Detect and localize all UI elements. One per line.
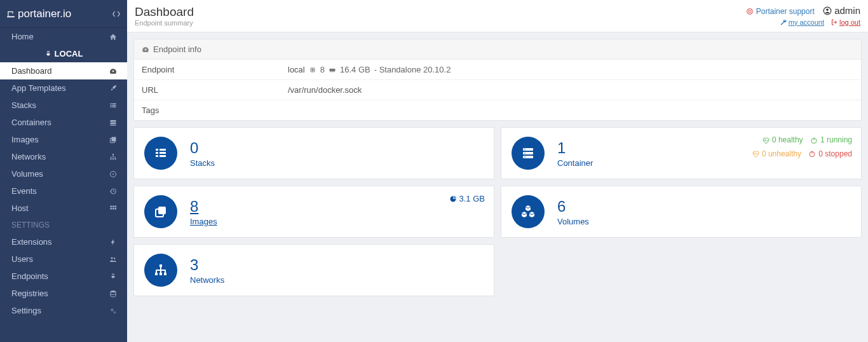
svg-point-28 [111, 257, 113, 259]
stat-stopped: 0 stopped [808, 148, 852, 160]
card-main: 0 Stacks [190, 139, 215, 168]
sidebar-item-home[interactable]: Home [0, 28, 127, 45]
svg-point-32 [114, 311, 116, 313]
wrench-icon [780, 18, 787, 26]
power-icon [808, 150, 816, 158]
svg-rect-48 [156, 155, 158, 157]
dashboard-cards: 0 Stacks 1 Container 0 healthy 1 running [133, 127, 862, 296]
svg-rect-2 [8, 11, 13, 11]
card-networks[interactable]: 3 Networks [133, 244, 494, 296]
info-key: Endpoint [142, 65, 288, 74]
user-icon [823, 6, 832, 15]
page-title: Dashboard [135, 5, 194, 19]
user-display: admin [823, 5, 860, 16]
card-count: 6 [557, 198, 589, 215]
svg-rect-42 [332, 71, 333, 72]
svg-rect-44 [156, 149, 158, 151]
sidebar-item-dashboard[interactable]: Dashboard [0, 62, 127, 79]
panel-header: Endpoint info [134, 39, 861, 60]
endpoint-mode: - Standalone 20.10.2 [374, 65, 451, 74]
sidebar-item-label: Images [11, 135, 109, 144]
brand-text: portainer.io [18, 8, 71, 20]
card-count: 3 [190, 256, 224, 274]
svg-rect-15 [112, 154, 114, 155]
sidebar-item-label: Registries [11, 289, 109, 298]
svg-rect-5 [112, 103, 116, 104]
images-size-value: 3.1 GB [459, 194, 485, 203]
sidebar-item-events[interactable]: Events [0, 182, 127, 200]
sidebar-item-containers[interactable]: Containers [0, 114, 127, 131]
sidebar-item-extensions[interactable]: Extensions [0, 233, 127, 250]
svg-rect-63 [164, 273, 166, 275]
panel-body: Endpoint local 8 16.4 GB - Standalone 20… [134, 60, 861, 120]
svg-rect-16 [111, 158, 112, 160]
logout-link[interactable]: log out [831, 18, 860, 26]
card-count: 8 [190, 198, 217, 215]
svg-rect-11 [111, 122, 116, 124]
sidebar-logo: portainer.io [0, 0, 127, 28]
card-containers[interactable]: 1 Container 0 healthy 1 running 0 unheal… [501, 127, 862, 179]
svg-point-20 [112, 174, 114, 175]
card-count: 0 [190, 139, 215, 157]
sidebar-item-stacks[interactable]: Stacks [0, 97, 127, 114]
svg-rect-38 [311, 69, 313, 71]
bolt-icon [109, 238, 119, 246]
svg-point-29 [114, 257, 116, 259]
info-val [288, 106, 853, 115]
cubes-icon [512, 195, 545, 228]
sidebar-item-images[interactable]: Images [0, 131, 127, 148]
svg-point-55 [524, 156, 526, 158]
panel-title: Endpoint info [153, 44, 201, 54]
svg-point-53 [524, 149, 526, 150]
card-main: 6 Volumes [557, 198, 589, 226]
sidebar-item-label: Settings [11, 306, 109, 315]
topbar: Dashboard Endpoint summary Portainer sup… [127, 0, 868, 32]
content: Endpoint info Endpoint local 8 16.4 GB -… [127, 32, 868, 303]
logout-icon [831, 18, 838, 26]
tachometer-icon [142, 46, 149, 53]
sitemap-icon [109, 153, 119, 161]
sidebar-item-users[interactable]: Users [0, 250, 127, 268]
card-count: 1 [557, 139, 593, 157]
sidebar-item-app-templates[interactable]: App Templates [0, 79, 127, 97]
svg-rect-10 [111, 120, 116, 122]
sidebar-item-host[interactable]: Host [0, 200, 127, 217]
my-account-link[interactable]: my account [780, 18, 824, 26]
sidebar-item-volumes[interactable]: Volumes [0, 165, 127, 182]
card-label: Container [557, 158, 593, 168]
server-icon [109, 119, 119, 127]
sidebar-item-endpoints[interactable]: Endpoints [0, 268, 127, 285]
power-icon [810, 137, 818, 144]
crane-icon [6, 10, 15, 18]
svg-rect-3 [12, 12, 13, 13]
svg-point-31 [111, 309, 113, 311]
card-volumes[interactable]: 6 Volumes [501, 186, 862, 238]
svg-rect-60 [159, 264, 162, 267]
card-main: 3 Networks [190, 256, 224, 285]
svg-point-34 [749, 10, 751, 13]
card-stacks[interactable]: 0 Stacks [133, 127, 494, 179]
main: Dashboard Endpoint summary Portainer sup… [127, 0, 868, 342]
svg-rect-22 [111, 205, 112, 207]
sidebar-item-label: Volumes [11, 169, 109, 179]
sidebar: portainer.io Home LOCAL Dashboard App Te… [0, 0, 127, 342]
sidebar-item-networks[interactable]: Networks [0, 148, 127, 165]
sidebar-item-settings[interactable]: Settings [0, 302, 127, 319]
sidebar-item-registries[interactable]: Registries [0, 285, 127, 302]
pie-icon [449, 195, 457, 203]
svg-rect-49 [159, 155, 166, 157]
sidebar-item-label: Events [11, 186, 109, 196]
sidebar-item-label: Users [11, 254, 109, 264]
life-ring-icon [746, 8, 754, 15]
support-link[interactable]: Portainer support [746, 7, 815, 16]
svg-point-33 [747, 8, 752, 14]
card-main: 1 Container [557, 139, 593, 168]
plug-icon [109, 273, 119, 280]
card-images[interactable]: 8 Images 3.1 GB [133, 186, 494, 238]
page-subtitle: Endpoint summary [135, 19, 194, 27]
sidebar-toggle-icon[interactable] [112, 10, 121, 18]
logout-label: log out [839, 18, 860, 26]
info-row-url: URL /var/run/docker.sock [134, 80, 861, 100]
svg-point-36 [826, 8, 829, 11]
th-icon [109, 205, 119, 212]
